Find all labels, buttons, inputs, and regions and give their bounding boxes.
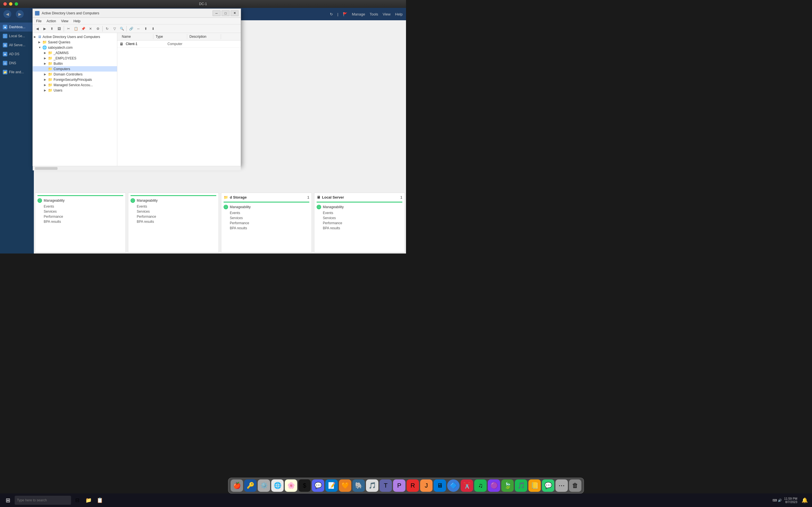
manage-button[interactable]: Manage [352, 12, 365, 16]
saved-queries-item[interactable]: ▶ 📁 Saved Queries [33, 40, 117, 45]
card2-services[interactable]: Services [131, 209, 216, 214]
toolbar-forward[interactable]: ▶ [41, 25, 48, 32]
card3-services[interactable]: Services [223, 216, 309, 221]
card1-bpa[interactable]: BPA results [38, 219, 123, 224]
manageability-icon-1: ⓘ [38, 198, 42, 203]
forward-button[interactable]: ▶ [16, 10, 24, 18]
managed-label: Managed Service Accou... [54, 83, 93, 87]
mac-maximize-button[interactable] [15, 2, 18, 6]
ad-menu-view[interactable]: View [59, 18, 71, 24]
card1-events[interactable]: Events [38, 204, 123, 209]
card1-services[interactable]: Services [38, 209, 123, 214]
refresh-button[interactable]: ↻ [330, 12, 333, 16]
managed-item[interactable]: ▶ 📁 Managed Service Accou... [33, 82, 117, 88]
card4-services[interactable]: Services [317, 216, 402, 221]
card1-manageability-label: Manageability [44, 199, 64, 203]
card4-performance[interactable]: Performance [317, 221, 402, 226]
sidebar-item-file[interactable]: 📁 File and... [0, 68, 34, 76]
sidebar-item-dashboard[interactable]: ■ Dashboa... [0, 22, 34, 32]
card3-bpa[interactable]: BPA results [223, 226, 309, 231]
dc-label: Domain Controllers [54, 72, 83, 76]
ad-tree-root[interactable]: ▶ 🖥 Active Directory Users and Computers [33, 34, 117, 40]
card1-performance[interactable]: Performance [38, 214, 123, 219]
ad-right-pane: Name Type Description 🖥 Client-1 Compute… [117, 33, 241, 166]
toolbar-refresh[interactable]: ↻ [104, 25, 110, 32]
builtin-item[interactable]: ▶ 📁 Builtin [33, 61, 117, 66]
col-name[interactable]: Name [119, 34, 153, 39]
employees-item[interactable]: ▶ 📁 _EMPLOYEES [33, 55, 117, 61]
help-button[interactable]: Help [395, 12, 403, 16]
fs-label: ForeignSecurityPrincipals [54, 78, 92, 82]
toolbar-copy[interactable]: 📋 [72, 25, 79, 32]
domain-icon: 🌐 [42, 45, 47, 50]
domaincontrollers-item[interactable]: ▶ 📁 Domain Controllers [33, 71, 117, 77]
dns-icon: ◎ [3, 61, 7, 65]
admins-label: _ADMINS [54, 51, 68, 55]
server-cards: ⓘ Manageability Events Services Performa… [34, 191, 406, 253]
ad-column-headers: Name Type Description [117, 33, 241, 41]
toolbar-find[interactable]: 🔍 [118, 25, 125, 32]
card3-performance[interactable]: Performance [223, 221, 309, 226]
builtin-icon: 📁 [48, 61, 52, 66]
ad-row-client1[interactable]: 🖥 Client-1 Computer [117, 41, 241, 48]
admins-item[interactable]: ▶ 📁 _ADMINS [33, 50, 117, 55]
sq-icon: 📁 [42, 40, 47, 44]
sidebar-item-adds[interactable]: ◈ AD DS [0, 50, 34, 59]
toolbar-up[interactable]: ⬆ [49, 25, 55, 32]
flag-button[interactable]: 🚩 [343, 12, 347, 16]
users-icon: 📁 [48, 88, 52, 93]
card2-bpa[interactable]: BPA results [131, 219, 216, 224]
employees-arrow: ▶ [44, 57, 47, 60]
admins-icon: 📁 [48, 51, 52, 55]
tools-button[interactable]: Tools [370, 12, 378, 16]
sq-arrow: ▶ [38, 41, 41, 44]
toolbar-raise[interactable]: ⬆ [142, 25, 149, 32]
adds-icon: ◈ [3, 52, 7, 56]
ad-menu-action[interactable]: Action [44, 18, 58, 24]
card4-icon: 🖥 [317, 195, 320, 200]
domain-item[interactable]: ▼ 🌐 saboyatech.com [33, 45, 117, 50]
col-description[interactable]: Description [187, 34, 221, 39]
horizontal-scrollbar[interactable] [35, 167, 57, 170]
back-button[interactable]: ◀ [3, 10, 11, 18]
card4-events[interactable]: Events [317, 210, 402, 216]
card2-performance[interactable]: Performance [131, 214, 216, 219]
toolbar-paste[interactable]: 📌 [80, 25, 87, 32]
view-button[interactable]: View [383, 12, 391, 16]
toolbar-delete[interactable]: ✕ [87, 25, 94, 32]
root-arrow: ▶ [34, 35, 37, 38]
ad-maximize-button[interactable]: □ [221, 10, 230, 16]
sidebar-item-dns[interactable]: ◎ DNS [0, 59, 34, 68]
toolbar-view[interactable]: 🖼 [56, 25, 63, 32]
domain-arrow: ▼ [38, 46, 41, 49]
toolbar-cut[interactable]: ✂ [65, 25, 72, 32]
card2-events[interactable]: Events [131, 204, 216, 209]
toolbar-sep-1 [64, 26, 64, 32]
foreignsecurity-item[interactable]: ▶ 📁 ForeignSecurityPrincipals [33, 77, 117, 82]
sidebar-label-dns: DNS [9, 61, 16, 65]
toolbar-lower[interactable]: ⬇ [150, 25, 156, 32]
toolbar-back[interactable]: ◀ [34, 25, 41, 32]
ad-menu-file[interactable]: File [34, 18, 44, 24]
toolbar-properties[interactable]: ⚙ [94, 25, 101, 32]
sidebar-item-local[interactable]: □ Local Se... [0, 32, 34, 41]
builtin-label: Builtin [54, 62, 63, 66]
manageability-icon-2: ⓘ [131, 198, 135, 203]
toolbar-connect[interactable]: 🔗 [128, 25, 135, 32]
toolbar-move[interactable]: ↔ [135, 25, 142, 32]
col-type[interactable]: Type [153, 34, 187, 39]
ad-minimize-button[interactable]: ─ [213, 10, 220, 16]
mac-minimize-button[interactable] [9, 2, 12, 6]
users-item[interactable]: ▶ 📁 Users [33, 88, 117, 93]
mac-close-button[interactable] [3, 2, 7, 6]
ad-close-button[interactable]: ✕ [231, 10, 239, 16]
sidebar-label-local: Local Se... [9, 34, 25, 38]
toolbar-filter[interactable]: ▽ [111, 25, 118, 32]
card4-bpa[interactable]: BPA results [317, 226, 402, 231]
computers-item[interactable]: 📁 Computers [33, 66, 117, 71]
ad-menu-help[interactable]: Help [71, 18, 83, 24]
sidebar-item-allservers[interactable]: ⊞ All Serve... [0, 41, 34, 50]
card3-events[interactable]: Events [223, 210, 309, 216]
ad-dialog: Active Directory Users and Computers ─ □… [33, 8, 241, 166]
green-bar-2 [131, 195, 216, 196]
